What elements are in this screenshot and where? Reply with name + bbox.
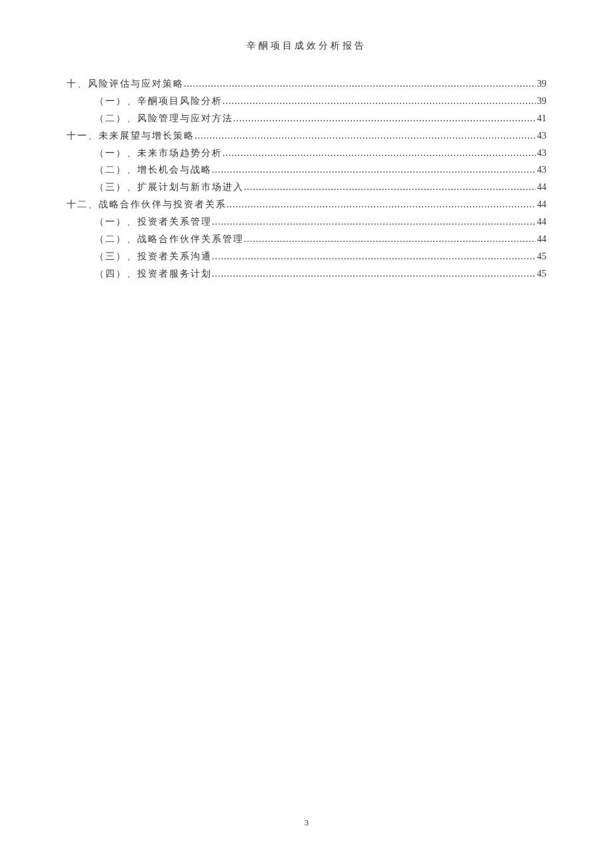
toc-entry-page: 44 xyxy=(537,179,546,196)
toc-leader-dots xyxy=(244,179,536,196)
toc-entry: （四）、投资者服务计划45 xyxy=(95,265,546,283)
toc-entry: （三）、投资者关系沟通45 xyxy=(95,248,546,265)
toc-entry: 十二、战略合作伙伴与投资者关系44 xyxy=(67,196,546,213)
toc-entry-label: （一）、辛酮项目风险分析 xyxy=(95,93,223,110)
toc-leader-dots xyxy=(212,213,536,231)
toc-entry-page: 39 xyxy=(537,93,546,110)
toc-entry-page: 44 xyxy=(537,213,546,231)
document-page: 辛酮项目成效分析报告 十、风险评估与应对策略39（一）、辛酮项目风险分析39（二… xyxy=(0,0,613,868)
toc-entry-page: 44 xyxy=(537,231,546,248)
toc-leader-dots xyxy=(212,265,536,283)
toc-leader-dots xyxy=(233,110,536,127)
toc-entry-label: 十一、未来展望与增长策略 xyxy=(67,127,195,145)
toc-entry-label: （二）、增长机会与战略 xyxy=(95,161,212,179)
toc-entry-label: （三）、投资者关系沟通 xyxy=(95,248,212,265)
toc-entry-page: 39 xyxy=(537,75,546,93)
toc-entry: 十一、未来展望与增长策略43 xyxy=(67,127,546,145)
toc-leader-dots xyxy=(212,248,536,265)
toc-entry-label: 十二、战略合作伙伴与投资者关系 xyxy=(67,196,227,213)
toc-entry-label: （二）、战略合作伙伴关系管理 xyxy=(95,231,244,248)
toc-leader-dots xyxy=(223,93,536,110)
toc-entry: （二）、增长机会与战略43 xyxy=(95,161,546,179)
toc-entry: （一）、投资者关系管理44 xyxy=(95,213,546,231)
toc-leader-dots xyxy=(223,145,536,162)
toc-entry-page: 43 xyxy=(537,127,546,145)
toc-entry-label: （一）、未来市场趋势分析 xyxy=(95,145,223,162)
toc-entry-label: （二）、风险管理与应对方法 xyxy=(95,110,233,127)
toc-entry-page: 44 xyxy=(537,196,546,213)
page-number: 3 xyxy=(305,817,309,828)
toc-entry-page: 43 xyxy=(537,145,546,162)
table-of-contents: 十、风险评估与应对策略39（一）、辛酮项目风险分析39（二）、风险管理与应对方法… xyxy=(67,75,546,283)
toc-entry: （一）、未来市场趋势分析43 xyxy=(95,145,546,162)
toc-entry-label: 十、风险评估与应对策略 xyxy=(67,75,184,93)
toc-entry-page: 43 xyxy=(537,161,546,179)
toc-entry-page: 45 xyxy=(537,248,546,265)
page-header-title: 辛酮项目成效分析报告 xyxy=(67,40,546,52)
toc-leader-dots xyxy=(227,196,536,213)
toc-entry-label: （三）、扩展计划与新市场进入 xyxy=(95,179,244,196)
toc-entry: 十、风险评估与应对策略39 xyxy=(67,75,546,93)
toc-leader-dots xyxy=(244,231,536,248)
toc-entry-page: 41 xyxy=(537,110,546,127)
toc-leader-dots xyxy=(195,127,536,145)
toc-entry: （二）、风险管理与应对方法41 xyxy=(95,110,546,127)
toc-entry-label: （一）、投资者关系管理 xyxy=(95,213,212,231)
toc-entry: （三）、扩展计划与新市场进入44 xyxy=(95,179,546,196)
toc-entry-page: 45 xyxy=(537,265,546,283)
toc-entry: （二）、战略合作伙伴关系管理44 xyxy=(95,231,546,248)
toc-entry: （一）、辛酮项目风险分析39 xyxy=(95,93,546,110)
toc-leader-dots xyxy=(212,161,536,179)
toc-leader-dots xyxy=(184,75,536,93)
toc-entry-label: （四）、投资者服务计划 xyxy=(95,265,212,283)
